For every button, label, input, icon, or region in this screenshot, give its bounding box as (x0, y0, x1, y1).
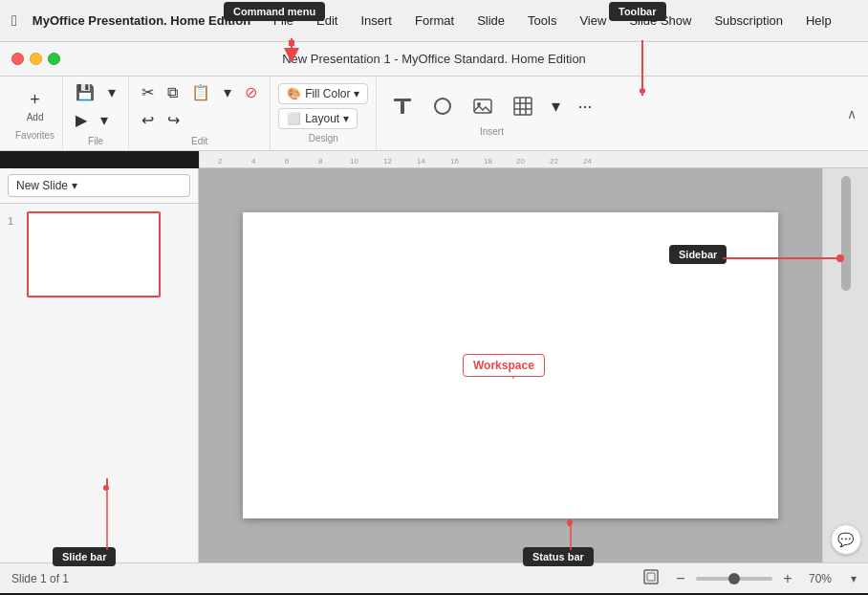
slide-canvas-container[interactable] (199, 168, 822, 562)
fill-color-button[interactable]: 🎨 Fill Color ▾ (278, 83, 368, 104)
layout-label: Layout (305, 112, 339, 125)
minimize-button[interactable] (30, 53, 42, 65)
add-icon: + (30, 90, 40, 110)
svg-text:4: 4 (251, 157, 256, 165)
menu-format[interactable]: Format (411, 11, 458, 30)
save-dropdown[interactable]: ▾ (103, 80, 120, 104)
table-insert-button[interactable] (505, 90, 541, 122)
svg-rect-1 (401, 101, 404, 114)
undo-button[interactable]: ↩ (137, 108, 159, 132)
slide-canvas (243, 212, 778, 518)
workspace-area (199, 168, 822, 562)
zoom-slider[interactable] (696, 577, 772, 581)
title-bar: New Presentation 1 - MyOffice Standard. … (0, 42, 868, 77)
design-section: 🎨 Fill Color ▾ ⬜ Layout ▾ Design (271, 77, 377, 150)
shape-insert-button[interactable] (424, 90, 461, 122)
design-buttons: 🎨 Fill Color ▾ ⬜ Layout ▾ (278, 83, 368, 129)
file-top-row: 💾 ▾ (71, 80, 120, 104)
play-dropdown[interactable]: ▾ (96, 108, 113, 132)
layout-dropdown[interactable]: ▾ (343, 112, 349, 125)
traffic-lights (11, 53, 60, 65)
menu-slideshow[interactable]: Slide Show (625, 11, 695, 30)
ruler: // Rendered inline below 2 4 6 8 10 12 1… (199, 151, 868, 168)
new-slide-label: New Slide (16, 179, 68, 192)
menu-slide[interactable]: Slide (473, 11, 509, 30)
svg-text:2: 2 (218, 157, 223, 165)
file-bottom-row: ▶ ▾ (71, 108, 120, 132)
svg-text:22: 22 (550, 157, 558, 165)
sidebar-right: 💬 (822, 168, 868, 562)
main-area: New Slide ▾ 1 💬 (0, 168, 868, 562)
new-slide-button[interactable]: New Slide ▾ (8, 174, 190, 197)
toolbar: + Add Favorites 💾 ▾ ▶ ▾ File ✂ ⧉ 📋 ▾ (0, 77, 868, 151)
menu-view[interactable]: View (575, 11, 610, 30)
menu-tools[interactable]: Tools (524, 11, 560, 30)
zoom-percent: 70% (809, 572, 839, 585)
menu-file[interactable]: File (270, 11, 297, 30)
macos-menubar:  MyOffice Presentation. Home Edition Fi… (0, 0, 868, 42)
zoom-out-button[interactable]: − (671, 569, 690, 588)
add-label: Add (27, 112, 44, 122)
fit-icon (642, 568, 660, 585)
menu-help[interactable]: Help (802, 11, 835, 30)
slide-thumbnail-1[interactable] (27, 211, 161, 298)
image-insert-button[interactable] (465, 90, 501, 122)
design-bottom: ⬜ Layout ▾ (278, 108, 368, 129)
insert-section: ▾ ··· Insert (377, 77, 606, 150)
slide-panel: New Slide ▾ 1 (0, 168, 199, 562)
vertical-scrollbar[interactable] (841, 176, 851, 291)
paste-button[interactable]: 📋 (186, 80, 215, 104)
close-button[interactable] (11, 53, 24, 65)
edit-label: Edit (191, 136, 207, 146)
more-insert-button[interactable]: ··· (571, 92, 598, 121)
svg-rect-0 (394, 99, 411, 101)
clear-button[interactable]: ⊘ (240, 80, 262, 104)
slide-list: 1 (0, 204, 198, 562)
redo-button[interactable]: ↪ (163, 108, 184, 132)
table-dropdown-button[interactable]: ▾ (545, 91, 567, 121)
copy-button[interactable]: ⧉ (163, 81, 183, 104)
chat-button[interactable]: 💬 (831, 524, 861, 555)
ruler-svg: // Rendered inline below 2 4 6 8 10 12 1… (199, 151, 868, 168)
add-button[interactable]: + Add (18, 86, 53, 126)
favorites-label: Favorites (15, 130, 54, 141)
toolbar-collapse-button[interactable]: ∧ (843, 102, 860, 125)
design-label: Design (309, 133, 338, 143)
file-buttons-row: 💾 ▾ ▶ ▾ (71, 80, 120, 132)
menu-bar: File Edit Insert Format Slide Tools View… (270, 11, 835, 30)
menu-insert[interactable]: Insert (357, 11, 396, 30)
fill-color-dropdown[interactable]: ▾ (354, 87, 359, 100)
svg-text:16: 16 (450, 157, 459, 165)
play-button[interactable]: ▶ (71, 108, 92, 132)
edit-buttons: ✂ ⧉ 📋 ▾ ⊘ ↩ ↪ (137, 80, 262, 132)
file-label: File (88, 136, 103, 146)
zoom-dropdown-button[interactable]: ▾ (851, 572, 857, 585)
svg-point-2 (435, 99, 450, 114)
zoom-in-button[interactable]: + (778, 569, 797, 588)
menu-edit[interactable]: Edit (313, 11, 341, 30)
menu-subscription[interactable]: Subscription (710, 11, 787, 30)
text-icon (391, 95, 414, 118)
chat-icon: 💬 (837, 532, 854, 547)
image-icon (471, 95, 494, 118)
apple-logo-icon[interactable]:  (11, 12, 17, 30)
text-insert-button[interactable] (384, 90, 421, 122)
paste-dropdown[interactable]: ▾ (219, 80, 236, 104)
slide-info: Slide 1 of 1 (11, 572, 69, 585)
svg-text:14: 14 (417, 157, 425, 165)
fit-to-screen-button[interactable] (642, 568, 660, 588)
svg-rect-23 (644, 570, 658, 584)
cut-button[interactable]: ✂ (137, 80, 159, 104)
save-button[interactable]: 💾 (71, 80, 99, 104)
design-top: 🎨 Fill Color ▾ (278, 83, 368, 104)
layout-button[interactable]: ⬜ Layout ▾ (278, 108, 358, 129)
fullscreen-button[interactable] (48, 53, 60, 65)
svg-text:18: 18 (484, 157, 492, 165)
app-name: MyOffice Presentation. Home Edition (33, 13, 250, 28)
fill-color-label: Fill Color (305, 87, 350, 100)
svg-text:6: 6 (285, 157, 290, 165)
status-bar: Slide 1 of 1 − + 70% ▾ (0, 562, 868, 593)
svg-text:8: 8 (318, 157, 323, 165)
svg-rect-24 (647, 573, 655, 581)
svg-text:10: 10 (350, 157, 358, 165)
